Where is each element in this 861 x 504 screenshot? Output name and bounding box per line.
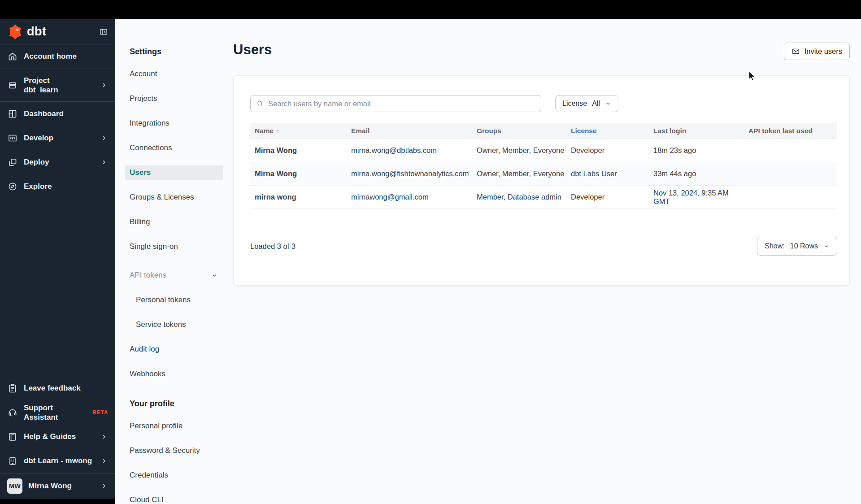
invite-users-label: Invite users bbox=[804, 47, 842, 56]
your-profile-title: Your profile bbox=[130, 399, 233, 408]
sidebar-item-label: Deploy bbox=[24, 157, 49, 167]
cell-last-login: Nov 13, 2024, 9:35 AM GMT bbox=[649, 186, 744, 209]
clipboard-icon bbox=[7, 383, 18, 394]
search-input[interactable] bbox=[268, 100, 535, 108]
sidebar-item-deploy[interactable]: Deploy bbox=[0, 150, 115, 174]
filter-row: License All bbox=[250, 95, 836, 112]
sidebar-item-project[interactable]: Project dbt_learn bbox=[0, 69, 115, 101]
column-header-last-login[interactable]: Last login bbox=[649, 123, 744, 139]
settings-nav-item-password-security[interactable]: Password & Security bbox=[125, 443, 223, 458]
table-row[interactable]: Mirna Wong mirna.wong@fishtownanalytics.… bbox=[250, 162, 837, 186]
sidebar-item-help-guides[interactable]: Help & Guides bbox=[0, 425, 115, 449]
chevron-right-icon bbox=[100, 482, 108, 490]
cell-api-token bbox=[744, 139, 837, 162]
settings-nav-item-groups-licenses[interactable]: Groups & Licenses bbox=[125, 190, 223, 204]
cell-email: mirnawong@gmail.com bbox=[347, 186, 472, 209]
sidebar-item-develop[interactable]: Develop bbox=[0, 126, 115, 150]
search-box[interactable] bbox=[250, 95, 541, 112]
column-header-api-token[interactable]: API token last used bbox=[744, 123, 837, 139]
sidebar-item-label: Dashboard bbox=[24, 109, 64, 118]
settings-nav-item-integrations[interactable]: Integrations bbox=[125, 116, 223, 130]
cell-last-login: 18m 23s ago bbox=[649, 139, 744, 162]
settings-nav-item-personal-profile[interactable]: Personal profile bbox=[125, 419, 223, 433]
sidebar-item-support-assistant[interactable]: Support Assistant BETA bbox=[0, 400, 115, 425]
header-label: Name bbox=[255, 127, 274, 135]
sidebar-item-dashboard[interactable]: Dashboard bbox=[0, 102, 115, 126]
chevron-right-icon bbox=[100, 134, 108, 142]
license-filter-label: License bbox=[562, 100, 587, 108]
building-icon bbox=[7, 456, 18, 466]
sidebar-item-account-home[interactable]: Account home bbox=[0, 44, 115, 69]
settings-nav-item-api-tokens[interactable]: API tokens bbox=[125, 268, 223, 282]
sidebar-item-explore[interactable]: Explore bbox=[0, 174, 115, 199]
cell-groups: Owner, Member, Everyone bbox=[472, 162, 566, 186]
settings-nav-item-credentials[interactable]: Credentials bbox=[125, 468, 223, 482]
settings-nav-item-single-sign-on[interactable]: Single sign-on bbox=[125, 239, 223, 254]
show-label: Show: bbox=[765, 242, 784, 250]
beta-badge: BETA bbox=[92, 409, 108, 416]
column-header-email[interactable]: Email bbox=[347, 123, 472, 139]
chevron-right-icon bbox=[100, 81, 108, 89]
sidebar-collapse-icon[interactable] bbox=[99, 27, 108, 36]
sidebar-item-label: Leave feedback bbox=[24, 383, 81, 393]
settings-nav-item-projects[interactable]: Projects bbox=[125, 91, 223, 106]
main-content: Users Invite users License bbox=[233, 19, 861, 58]
api-tokens-label: API tokens bbox=[130, 271, 166, 280]
cell-license: Developer bbox=[566, 186, 649, 209]
column-header-name[interactable]: Name↑ bbox=[250, 123, 347, 139]
sidebar-item-leave-feedback[interactable]: Leave feedback bbox=[0, 376, 115, 400]
settings-nav-item-cloud-cli[interactable]: Cloud CLI bbox=[125, 493, 223, 504]
sidebar-item-label: Develop bbox=[24, 133, 53, 143]
compass-icon bbox=[7, 181, 18, 192]
deploy-icon bbox=[7, 157, 18, 168]
show-value: 10 Rows bbox=[790, 242, 818, 250]
sidebar-user-name: Mirna Wong bbox=[28, 482, 72, 491]
sidebar-user-menu[interactable]: MW Mirna Wong bbox=[0, 474, 115, 499]
page-title: Users bbox=[233, 42, 861, 58]
rows-per-page-dropdown[interactable]: Show: 10 Rows bbox=[757, 237, 837, 256]
invite-users-button[interactable]: Invite users bbox=[784, 43, 850, 60]
settings-nav-item-billing[interactable]: Billing bbox=[125, 215, 223, 229]
settings-nav-item-audit-log[interactable]: Audit log bbox=[125, 342, 223, 356]
sort-ascending-icon: ↑ bbox=[276, 127, 279, 135]
settings-nav-item-service-tokens[interactable]: Service tokens bbox=[125, 317, 223, 332]
settings-nav-item-webhooks[interactable]: Webhooks bbox=[125, 367, 223, 381]
chevron-right-icon bbox=[100, 433, 108, 441]
cell-email: mirna.wong@dbtlabs.com bbox=[347, 139, 472, 162]
cell-email: mirna.wong@fishtownanalytics.com bbox=[347, 162, 472, 186]
dashboard-icon bbox=[7, 109, 18, 119]
column-header-license[interactable]: License bbox=[566, 123, 649, 139]
settings-nav-title: Settings bbox=[130, 47, 233, 56]
top-black-bar bbox=[0, 0, 861, 19]
chevron-down-icon bbox=[211, 272, 218, 279]
settings-nav: Settings Account Projects Integrations C… bbox=[115, 19, 233, 504]
dbt-logo-icon bbox=[7, 24, 23, 40]
sidebar-spacer bbox=[0, 199, 115, 376]
table-header-row: Name↑ Email Groups License Last login AP… bbox=[250, 123, 837, 139]
cell-name: Mirna Wong bbox=[250, 139, 347, 162]
settings-nav-item-account[interactable]: Account bbox=[125, 67, 223, 81]
cell-name: mirna wong bbox=[250, 186, 347, 209]
license-filter-dropdown[interactable]: License All bbox=[555, 95, 618, 112]
settings-nav-item-personal-tokens[interactable]: Personal tokens bbox=[125, 293, 223, 307]
envelope-icon bbox=[791, 47, 800, 56]
license-filter-value: All bbox=[592, 100, 600, 108]
table-footer: Loaded 3 of 3 Show: 10 Rows bbox=[250, 237, 837, 256]
settings-nav-item-users[interactable]: Users bbox=[125, 165, 223, 180]
column-header-groups[interactable]: Groups bbox=[472, 123, 566, 139]
table-row[interactable]: mirna wong mirnawong@gmail.com Member, D… bbox=[250, 186, 837, 209]
settings-nav-item-connections[interactable]: Connections bbox=[125, 141, 223, 155]
search-icon bbox=[256, 100, 264, 108]
table-row[interactable]: Mirna Wong mirna.wong@dbtlabs.com Owner,… bbox=[250, 139, 837, 162]
book-icon bbox=[7, 431, 18, 442]
chevron-right-icon bbox=[100, 457, 108, 465]
cell-last-login: 33m 44s ago bbox=[649, 162, 744, 186]
sidebar-shell: dbt Account home Project dbt_learn bbox=[0, 0, 115, 504]
home-icon bbox=[7, 51, 18, 62]
sidebar-item-account-switcher[interactable]: dbt Learn - mwong bbox=[0, 449, 115, 473]
sidebar-project-name: dbt_learn bbox=[24, 85, 58, 95]
project-icon bbox=[7, 80, 18, 91]
cell-groups: Member, Database admin bbox=[472, 186, 566, 209]
chevron-right-icon bbox=[100, 158, 108, 166]
avatar: MW bbox=[7, 478, 22, 494]
